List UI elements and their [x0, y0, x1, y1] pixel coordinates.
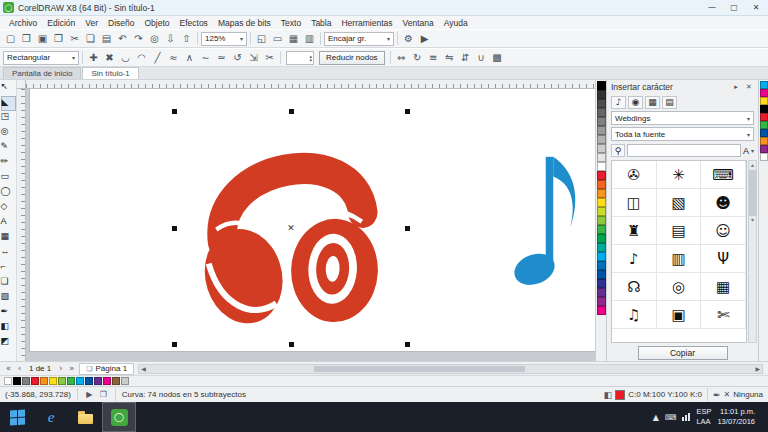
- table-tool-icon[interactable]: ▦: [1, 231, 16, 246]
- keyboard-icon[interactable]: ⌨: [701, 161, 746, 189]
- freehand-tool-icon[interactable]: ✎: [1, 141, 16, 156]
- character-filter-icon[interactable]: ♪: [611, 96, 626, 109]
- scrollbar-thumb[interactable]: [749, 170, 756, 216]
- selection-handle[interactable]: [172, 342, 177, 347]
- color-swatch[interactable]: [597, 297, 606, 306]
- spider-icon[interactable]: ✳: [657, 161, 702, 189]
- cut-icon[interactable]: ✂: [67, 31, 82, 46]
- document-status-icon[interactable]: ❐: [98, 389, 109, 400]
- color-swatch[interactable]: [76, 377, 84, 385]
- doc-tab[interactable]: Pantalla de inicio: [3, 67, 81, 79]
- menu-item[interactable]: Objeto: [139, 18, 174, 28]
- color-swatch[interactable]: [121, 377, 129, 385]
- color-swatch[interactable]: [597, 225, 606, 234]
- color-swatch[interactable]: [112, 377, 120, 385]
- color-swatch[interactable]: [597, 126, 606, 135]
- add-node-icon[interactable]: ✚: [86, 50, 101, 65]
- to-line-icon[interactable]: ╱: [150, 50, 165, 65]
- drawing-area[interactable]: ✕: [17, 80, 595, 361]
- drop-shadow-tool-icon[interactable]: ❏: [1, 276, 16, 291]
- stepper-down-icon[interactable]: ▾: [309, 58, 312, 62]
- music-note-artwork[interactable]: [512, 143, 587, 291]
- maximize-button[interactable]: ▢: [725, 1, 743, 14]
- selection-handle[interactable]: [172, 226, 177, 231]
- color-swatch[interactable]: [597, 135, 606, 144]
- select-all-nodes-icon[interactable]: ▩: [490, 50, 505, 65]
- first-page-icon[interactable]: «: [3, 363, 14, 374]
- color-swatch[interactable]: [49, 377, 57, 385]
- reduce-nodes-button[interactable]: Reducir nodos: [319, 51, 385, 65]
- delete-node-icon[interactable]: ✖: [102, 50, 117, 65]
- crop-tool-icon[interactable]: ◳: [1, 111, 16, 126]
- menu-item[interactable]: Edición: [42, 18, 80, 28]
- character-search-input[interactable]: [627, 144, 741, 157]
- color-swatch[interactable]: [597, 99, 606, 108]
- tape-icon[interactable]: ✇: [612, 161, 657, 189]
- break-curve-icon[interactable]: ◠: [134, 50, 149, 65]
- undo-icon[interactable]: ↶: [115, 31, 130, 46]
- zoom-level-select[interactable]: 125% ▾: [201, 32, 247, 46]
- color-swatch[interactable]: [597, 198, 606, 207]
- horizontal-scrollbar[interactable]: ◀ ▶: [138, 364, 763, 374]
- redo-icon[interactable]: ↷: [131, 31, 146, 46]
- color-swatch[interactable]: [597, 207, 606, 216]
- menu-item[interactable]: Archivo: [4, 18, 42, 28]
- color-swatch[interactable]: [760, 113, 768, 121]
- color-swatch[interactable]: [597, 171, 606, 180]
- selection-handle[interactable]: [289, 109, 294, 114]
- pick-tool-icon[interactable]: ↖: [1, 81, 16, 96]
- color-swatch[interactable]: [760, 145, 768, 153]
- color-swatch[interactable]: [58, 377, 66, 385]
- color-swatch[interactable]: [597, 306, 606, 315]
- parallel-dimension-tool-icon[interactable]: ↔: [1, 246, 16, 261]
- color-swatch[interactable]: [760, 81, 768, 89]
- grid-view-icon[interactable]: ▦: [645, 96, 660, 109]
- color-swatch[interactable]: [760, 153, 768, 161]
- color-swatch[interactable]: [597, 216, 606, 225]
- color-swatch[interactable]: [4, 377, 12, 385]
- glyph-scrollbar[interactable]: ▴ ▾: [748, 160, 757, 343]
- scroll-right-icon[interactable]: ▶: [755, 365, 760, 372]
- detail-view-icon[interactable]: ▤: [662, 96, 677, 109]
- docker-collapse-icon[interactable]: ▸: [731, 82, 741, 92]
- color-swatch[interactable]: [597, 90, 606, 99]
- smart-fill-tool-icon[interactable]: ◩: [1, 336, 16, 351]
- monitor-icon[interactable]: ◫: [612, 189, 657, 217]
- touch-keyboard-icon[interactable]: ⌨: [665, 413, 677, 422]
- taskbar-clock[interactable]: 11:01 p.m. 13/07/2016: [717, 407, 755, 427]
- clapperboard-icon[interactable]: ▣: [657, 301, 702, 329]
- extend-curve-icon[interactable]: ⇲: [246, 50, 261, 65]
- internet-explorer-button[interactable]: e: [34, 402, 68, 432]
- paste-icon[interactable]: ▤: [99, 31, 114, 46]
- color-swatch[interactable]: [760, 121, 768, 129]
- menu-item[interactable]: Ventana: [397, 18, 438, 28]
- color-swatch[interactable]: [597, 162, 606, 171]
- color-swatch[interactable]: [31, 377, 39, 385]
- menu-item[interactable]: Tabla: [306, 18, 336, 28]
- color-swatch[interactable]: [85, 377, 93, 385]
- scissors-icon[interactable]: ✄: [701, 301, 746, 329]
- open-icon[interactable]: ❒: [19, 31, 34, 46]
- drawing-page[interactable]: ✕: [30, 89, 595, 351]
- page-tab[interactable]: ❏ Página 1: [79, 363, 134, 375]
- transparency-tool-icon[interactable]: ▨: [1, 291, 16, 306]
- selection-handle[interactable]: [172, 109, 177, 114]
- color-swatch[interactable]: [597, 288, 606, 297]
- preview-eye-icon[interactable]: ◉: [628, 96, 643, 109]
- vertical-ruler[interactable]: [17, 89, 26, 361]
- color-swatch[interactable]: [103, 377, 111, 385]
- new-document-icon[interactable]: ▢: [3, 31, 18, 46]
- copy-icon[interactable]: ❏: [83, 31, 98, 46]
- color-swatch[interactable]: [760, 105, 768, 113]
- docker-close-icon[interactable]: ✕: [744, 82, 754, 92]
- color-swatch[interactable]: [597, 81, 606, 90]
- microphone-icon[interactable]: Ψ: [701, 245, 746, 273]
- reflect-horizontal-icon[interactable]: ⇋: [442, 50, 457, 65]
- color-swatch[interactable]: [760, 137, 768, 145]
- grid-block-icon[interactable]: ▤: [657, 217, 702, 245]
- color-swatch[interactable]: [597, 279, 606, 288]
- music-note-icon[interactable]: ♪: [612, 245, 657, 273]
- scroll-up-icon[interactable]: ▴: [751, 161, 754, 169]
- full-screen-preview-icon[interactable]: ◱: [254, 31, 269, 46]
- doc-tab[interactable]: Sin título-1: [82, 67, 138, 79]
